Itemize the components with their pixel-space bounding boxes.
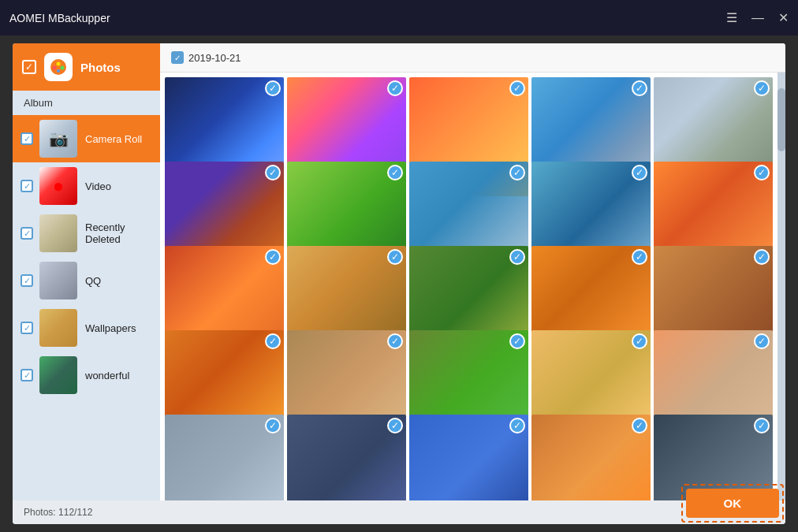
album-item-qq[interactable]: ✓ QQ bbox=[13, 257, 160, 304]
album-checkbox-wallpapers[interactable]: ✓ bbox=[21, 322, 33, 334]
photo-check: ✓ bbox=[265, 418, 281, 433]
album-thumb-wallpapers bbox=[39, 309, 77, 347]
menu-icon[interactable]: ☰ bbox=[726, 10, 737, 25]
svg-point-4 bbox=[57, 69, 60, 73]
photo-check: ✓ bbox=[387, 333, 403, 349]
minimize-button[interactable]: — bbox=[751, 11, 764, 25]
photos-icon bbox=[44, 53, 73, 81]
date-checkbox[interactable]: ✓ bbox=[171, 51, 184, 64]
photo-check: ✓ bbox=[632, 333, 647, 349]
sidebar-header-label: Photos bbox=[80, 61, 121, 74]
photo-check: ✓ bbox=[265, 80, 281, 96]
photo-cell[interactable]: ✓ bbox=[531, 415, 651, 500]
album-thumb-recently-deleted bbox=[39, 214, 77, 252]
album-item-camera-roll[interactable]: ✓ Camera Roll bbox=[13, 115, 160, 162]
photo-grid: ✓ ✓ ✓ ✓ ✓ ✓ ✓ ✓ ✓ ✓ ✓ ✓ ✓ ✓ ✓ bbox=[160, 73, 777, 500]
photo-check: ✓ bbox=[509, 333, 525, 349]
album-checkbox-recently-deleted[interactable]: ✓ bbox=[21, 227, 33, 240]
scrollbar[interactable] bbox=[777, 73, 785, 500]
album-checkbox-camera-roll[interactable]: ✓ bbox=[21, 132, 33, 145]
svg-point-2 bbox=[53, 66, 57, 70]
close-button[interactable]: ✕ bbox=[778, 10, 789, 25]
photo-check: ✓ bbox=[387, 418, 403, 433]
photos-header: ✓ Photos bbox=[13, 43, 160, 91]
album-list: Album ✓ Camera Roll ✓ Video ✓ Re bbox=[13, 91, 160, 500]
status-bar: Photos: 112/112 bbox=[13, 500, 785, 524]
content-header: ✓ 2019-10-21 bbox=[160, 43, 785, 73]
album-checkbox-wonderful[interactable]: ✓ bbox=[21, 369, 33, 381]
album-name-wallpapers: Wallpapers bbox=[85, 322, 136, 334]
album-item-recently-deleted[interactable]: ✓ Recently Deleted bbox=[13, 210, 160, 257]
photo-check: ✓ bbox=[265, 165, 281, 180]
album-name-recently-deleted: Recently Deleted bbox=[85, 221, 152, 245]
right-content: ✓ 2019-10-21 ✓ ✓ ✓ ✓ ✓ ✓ ✓ ✓ ✓ ✓ bbox=[160, 43, 785, 500]
photo-cell[interactable]: ✓ bbox=[165, 415, 284, 500]
album-item-wallpapers[interactable]: ✓ Wallpapers bbox=[13, 304, 160, 352]
album-thumb-wonderful bbox=[39, 356, 77, 394]
photo-check: ✓ bbox=[754, 333, 770, 349]
main-window: ✓ Photos Album ✓ bbox=[13, 43, 785, 524]
photo-check: ✓ bbox=[265, 249, 281, 265]
album-item-wonderful[interactable]: ✓ wonderful bbox=[13, 352, 160, 399]
scrollbar-thumb[interactable] bbox=[777, 88, 785, 151]
photo-check: ✓ bbox=[754, 80, 770, 96]
photo-check: ✓ bbox=[509, 249, 525, 265]
photo-check: ✓ bbox=[754, 418, 770, 433]
photo-cell[interactable]: ✓ bbox=[409, 415, 528, 500]
album-name-qq: QQ bbox=[85, 275, 101, 287]
photo-check: ✓ bbox=[632, 418, 647, 433]
svg-point-1 bbox=[57, 62, 61, 66]
status-label: Photos: 112/112 bbox=[24, 507, 92, 518]
album-item-video[interactable]: ✓ Video bbox=[13, 162, 160, 210]
photo-check: ✓ bbox=[509, 165, 525, 180]
photo-check: ✓ bbox=[387, 249, 403, 265]
album-thumb-camera-roll bbox=[39, 120, 77, 158]
window-controls: ☰ — ✕ bbox=[726, 10, 789, 25]
titlebar: AOMEI MBackupper ☰ — ✕ bbox=[0, 0, 798, 35]
photo-check: ✓ bbox=[387, 80, 403, 96]
ok-button-overlay: OK bbox=[681, 484, 785, 523]
photo-check: ✓ bbox=[509, 418, 525, 433]
album-name-video: Video bbox=[85, 180, 111, 192]
date-text: 2019-10-21 bbox=[188, 52, 241, 64]
photo-cell[interactable]: ✓ bbox=[287, 415, 406, 500]
photo-check: ✓ bbox=[754, 249, 770, 265]
photo-check: ✓ bbox=[387, 165, 403, 180]
photo-check: ✓ bbox=[265, 333, 281, 349]
content-area: ✓ Photos Album ✓ bbox=[13, 43, 785, 500]
photo-check: ✓ bbox=[754, 165, 770, 180]
app-title: AOMEI MBackupper bbox=[9, 12, 110, 24]
album-thumb-video bbox=[39, 167, 77, 205]
photos-header-checkbox[interactable]: ✓ bbox=[22, 60, 36, 74]
sidebar: ✓ Photos Album ✓ bbox=[13, 43, 160, 500]
ok-button[interactable]: OK bbox=[686, 489, 780, 518]
photo-check: ✓ bbox=[632, 80, 647, 96]
svg-point-3 bbox=[61, 66, 65, 70]
photo-check: ✓ bbox=[632, 249, 647, 265]
album-checkbox-video[interactable]: ✓ bbox=[21, 180, 33, 192]
album-checkbox-qq[interactable]: ✓ bbox=[21, 274, 33, 287]
album-thumb-qq bbox=[39, 262, 77, 299]
photo-check: ✓ bbox=[509, 80, 525, 96]
album-list-header: Album bbox=[13, 91, 160, 115]
photo-check: ✓ bbox=[632, 165, 647, 180]
date-label: ✓ 2019-10-21 bbox=[171, 51, 774, 64]
ok-button-border: OK bbox=[681, 484, 785, 523]
album-name-camera-roll: Camera Roll bbox=[85, 133, 142, 145]
album-name-wonderful: wonderful bbox=[85, 370, 129, 381]
